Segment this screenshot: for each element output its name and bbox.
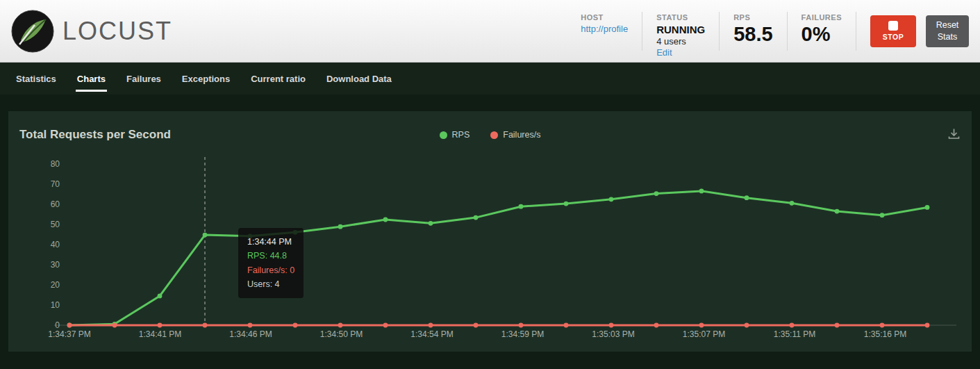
failures-block: FAILURES 0%: [787, 12, 856, 51]
svg-text:10: 10: [51, 300, 60, 310]
stop-button-label: STOP: [883, 33, 904, 41]
tab-exceptions[interactable]: Exceptions: [174, 69, 238, 88]
failures-value: 0%: [802, 24, 842, 44]
status-users: 4 users: [656, 36, 705, 47]
download-chart-icon[interactable]: [947, 127, 961, 143]
svg-text:1:34:59 PM: 1:34:59 PM: [501, 329, 544, 339]
chart-svg: 010203040506070801:34:37 PM1:34:41 PM1:3…: [19, 150, 961, 342]
tab-statistics[interactable]: Statistics: [8, 69, 65, 88]
svg-text:30: 30: [51, 260, 60, 270]
tab-failures[interactable]: Failures: [118, 69, 169, 88]
tab-current-ratio[interactable]: Current ratio: [242, 69, 314, 88]
chart-panel: Total Requests per Second RPSFailures/s …: [8, 111, 972, 352]
svg-text:1:35:16 PM: 1:35:16 PM: [864, 329, 906, 339]
tab-charts[interactable]: Charts: [69, 69, 114, 88]
brand-title: LOCUST: [63, 17, 172, 46]
svg-text:20: 20: [51, 280, 60, 290]
host-block: HOST http://profile: [567, 12, 642, 51]
legend-label: Failures/s: [503, 130, 540, 140]
status-block: STATUS RUNNING 4 users Edit: [642, 12, 719, 51]
svg-text:1:35:03 PM: 1:35:03 PM: [592, 329, 634, 339]
rps-block: RPS 58.5: [719, 12, 786, 51]
svg-text:1:34:50 PM: 1:34:50 PM: [320, 329, 363, 339]
header-stats: HOST http://profile STATUS RUNNING 4 use…: [567, 12, 856, 51]
legend-item-rps[interactable]: RPS: [440, 130, 470, 140]
chart-area[interactable]: 010203040506070801:34:37 PM1:34:41 PM1:3…: [19, 150, 961, 342]
svg-text:80: 80: [51, 159, 60, 169]
host-label: HOST: [581, 13, 628, 22]
svg-text:1:34:37 PM: 1:34:37 PM: [48, 329, 90, 339]
chart-title: Total Requests per Second: [19, 128, 171, 142]
rps-label: RPS: [733, 13, 772, 22]
reset-stats-button[interactable]: Reset Stats: [926, 15, 969, 47]
stop-button[interactable]: STOP: [870, 15, 916, 47]
svg-text:50: 50: [51, 220, 60, 229]
svg-text:60: 60: [51, 199, 60, 209]
app-header: LOCUST HOST http://profile STATUS RUNNIN…: [0, 0, 980, 63]
svg-text:40: 40: [51, 240, 60, 249]
locust-logo-icon: [11, 10, 54, 53]
legend-label: RPS: [452, 130, 470, 140]
chart-panel-header: Total Requests per Second RPSFailures/s: [19, 120, 961, 150]
failures-label: FAILURES: [802, 13, 842, 22]
svg-text:1:34:41 PM: 1:34:41 PM: [139, 329, 181, 339]
main-content: Total Requests per Second RPSFailures/s …: [0, 95, 980, 352]
tab-download-data[interactable]: Download Data: [318, 69, 400, 88]
edit-link[interactable]: Edit: [656, 47, 705, 58]
legend-dot-icon: [490, 131, 498, 139]
status-value: RUNNING: [656, 24, 705, 35]
tab-bar: StatisticsChartsFailuresExceptionsCurren…: [0, 63, 980, 95]
svg-text:1:35:11 PM: 1:35:11 PM: [774, 329, 815, 339]
svg-text:70: 70: [51, 179, 60, 189]
svg-text:1:34:46 PM: 1:34:46 PM: [229, 329, 272, 339]
svg-text:1:34:54 PM: 1:34:54 PM: [410, 329, 453, 339]
stop-square-icon: [888, 21, 898, 31]
rps-value: 58.5: [733, 24, 772, 44]
host-link[interactable]: http://profile: [581, 24, 628, 34]
legend-dot-icon: [440, 131, 447, 139]
legend-item-failures-s[interactable]: Failures/s: [490, 130, 540, 140]
svg-text:1:35:07 PM: 1:35:07 PM: [683, 329, 725, 339]
brand: LOCUST: [11, 10, 172, 53]
header-buttons: STOP Reset Stats: [870, 15, 969, 47]
status-label: STATUS: [656, 13, 705, 22]
